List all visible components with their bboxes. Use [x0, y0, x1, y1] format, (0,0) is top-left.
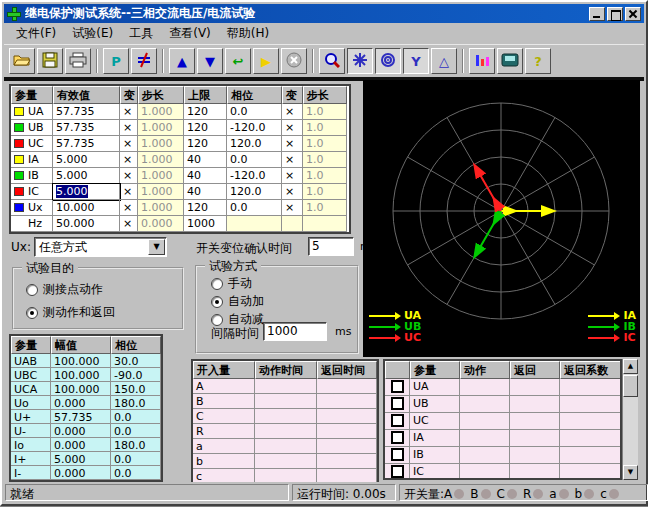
value-cell[interactable]: 5.000: [53, 184, 120, 200]
instrument-button[interactable]: [497, 48, 523, 74]
checkbox-icon[interactable]: [391, 380, 404, 393]
step-down-button[interactable]: ▼: [197, 48, 223, 74]
vary-cell[interactable]: ×: [120, 184, 138, 200]
start-button[interactable]: ▶: [253, 48, 279, 74]
wye-button[interactable]: Y: [403, 48, 429, 74]
value-cell[interactable]: 57.735: [53, 120, 120, 136]
limit-cell[interactable]: 120: [184, 200, 227, 216]
step-cell[interactable]: 1.000: [138, 120, 184, 136]
print-button[interactable]: [65, 48, 91, 74]
step-cell[interactable]: 1.0: [303, 120, 347, 136]
vary-cell[interactable]: ×: [282, 184, 303, 200]
limit-cell[interactable]: 120: [184, 120, 227, 136]
step-cell[interactable]: [303, 216, 347, 232]
phase-cell[interactable]: 0.0: [227, 104, 282, 120]
vary-cell[interactable]: ×: [120, 136, 138, 152]
value-cell[interactable]: 5.000: [53, 152, 120, 168]
limit-cell[interactable]: 40: [184, 184, 227, 200]
checkbox-icon[interactable]: [391, 465, 404, 478]
action-table-scrollbar[interactable]: ▲ ▼: [622, 359, 638, 480]
reset-button[interactable]: ↩: [225, 48, 251, 74]
step-cell[interactable]: 0.000: [138, 216, 184, 232]
vary-cell[interactable]: ×: [282, 152, 303, 168]
menu-item-tools[interactable]: 工具: [121, 23, 161, 44]
radio-option[interactable]: 手动: [211, 275, 252, 292]
checkbox-icon[interactable]: [391, 414, 404, 427]
maximize-icon[interactable]: [607, 7, 623, 21]
step-cell[interactable]: 1.0: [303, 184, 347, 200]
delta-button[interactable]: △: [431, 48, 457, 74]
menu-item-file[interactable]: 文件(F): [8, 23, 64, 44]
step-cell[interactable]: 1.0: [303, 168, 347, 184]
phase-cell[interactable]: 120.0: [227, 136, 282, 152]
vector-target-button[interactable]: [375, 48, 401, 74]
value-cell[interactable]: 57.735: [53, 104, 120, 120]
checkbox-icon[interactable]: [391, 448, 404, 461]
step-cell[interactable]: 1.0: [303, 104, 347, 120]
menu-item-help[interactable]: 帮助(H): [219, 23, 277, 44]
radio-icon[interactable]: [211, 296, 223, 308]
radio-icon[interactable]: [211, 314, 223, 326]
phase-lines-button[interactable]: [131, 48, 157, 74]
menu-item-view[interactable]: 查看(V): [161, 23, 219, 44]
radio-option[interactable]: 测动作和返回: [26, 304, 115, 321]
limit-cell[interactable]: 40: [184, 168, 227, 184]
scroll-down-icon[interactable]: ▼: [623, 465, 638, 480]
save-file-button[interactable]: [37, 48, 63, 74]
step-cell[interactable]: 1.0: [303, 152, 347, 168]
step-cell[interactable]: 1.000: [138, 104, 184, 120]
scrollbar-thumb[interactable]: [623, 375, 638, 397]
vary-cell[interactable]: [282, 216, 303, 232]
step-cell[interactable]: 1.000: [138, 136, 184, 152]
chevron-down-icon[interactable]: ▼: [148, 239, 165, 255]
p-marker-button[interactable]: P: [103, 48, 129, 74]
ux-mode-combobox[interactable]: 任意方式 ▼: [34, 237, 167, 257]
vary-cell[interactable]: ×: [282, 120, 303, 136]
bar-chart-button[interactable]: [469, 48, 495, 74]
radio-icon[interactable]: [26, 284, 38, 296]
value-cell[interactable]: 5.000: [53, 168, 120, 184]
help-button[interactable]: ?: [525, 48, 551, 74]
vary-cell[interactable]: ×: [282, 168, 303, 184]
radio-option[interactable]: 自动加: [211, 293, 264, 310]
open-file-button[interactable]: [9, 48, 35, 74]
vary-cell[interactable]: ×: [120, 200, 138, 216]
limit-cell[interactable]: 120: [184, 104, 227, 120]
phase-cell[interactable]: [227, 216, 282, 232]
value-cell[interactable]: 10.000: [53, 200, 120, 216]
value-cell[interactable]: 50.000: [53, 216, 120, 232]
limit-cell[interactable]: 120: [184, 136, 227, 152]
phase-cell[interactable]: -120.0: [227, 168, 282, 184]
vary-cell[interactable]: ×: [282, 136, 303, 152]
step-cell[interactable]: 1.000: [138, 184, 184, 200]
phase-cell[interactable]: 0.0: [227, 200, 282, 216]
vary-cell[interactable]: ×: [120, 120, 138, 136]
checkbox-icon[interactable]: [391, 431, 404, 444]
confirm-time-input[interactable]: 5: [308, 237, 354, 256]
step-cell[interactable]: 1.000: [138, 152, 184, 168]
step-cell[interactable]: 1.0: [303, 136, 347, 152]
menu-item-test[interactable]: 试验(E): [64, 23, 121, 44]
close-icon[interactable]: [625, 7, 641, 21]
phase-cell[interactable]: 120.0: [227, 184, 282, 200]
checkbox-icon[interactable]: [391, 397, 404, 410]
step-cell[interactable]: 1.0: [303, 200, 347, 216]
interval-input[interactable]: 1000: [263, 322, 327, 341]
vary-cell[interactable]: ×: [120, 104, 138, 120]
step-cell[interactable]: 1.000: [138, 168, 184, 184]
zoom-button[interactable]: [319, 48, 345, 74]
value-cell[interactable]: 57.735: [53, 136, 120, 152]
vary-cell[interactable]: ×: [282, 200, 303, 216]
stop-button[interactable]: [281, 48, 307, 74]
vary-cell[interactable]: ×: [120, 168, 138, 184]
radio-option[interactable]: 测接点动作: [26, 281, 103, 298]
limit-cell[interactable]: 40: [184, 152, 227, 168]
radio-icon[interactable]: [26, 307, 38, 319]
vary-cell[interactable]: ×: [282, 104, 303, 120]
step-cell[interactable]: 1.000: [138, 200, 184, 216]
minimize-icon[interactable]: [589, 7, 605, 21]
phase-cell[interactable]: 0.0: [227, 152, 282, 168]
vary-cell[interactable]: ×: [120, 216, 138, 232]
limit-cell[interactable]: 1000: [184, 216, 227, 232]
radio-icon[interactable]: [211, 278, 223, 290]
